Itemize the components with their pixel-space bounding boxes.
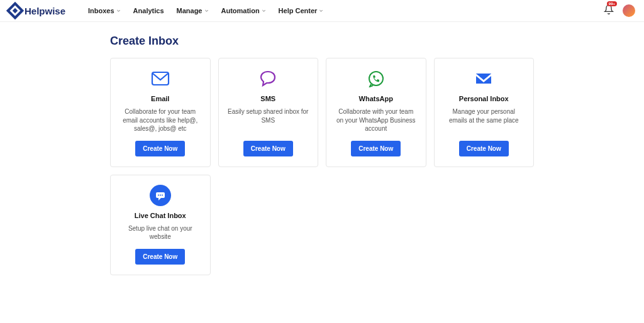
card-personal-inbox: Personal Inbox Manage your personal emai… [434,58,535,167]
whatsapp-icon [367,68,385,89]
nav-analytics[interactable]: Analytics [133,7,164,14]
create-sms-button[interactable]: Create Now [243,141,293,156]
logo-icon [6,2,24,19]
create-whatsapp-button[interactable]: Create Now [351,141,401,156]
create-email-button[interactable]: Create Now [135,141,185,156]
card-sms: SMS Easily setup shared inbox for SMS Cr… [218,58,319,167]
page-title: Create Inbox [110,35,534,48]
avatar[interactable] [623,4,635,17]
nav-manage[interactable]: Manage [177,7,209,14]
main-nav: Inboxes Analytics Manage Automation Help… [88,7,323,14]
svg-point-6 [162,194,163,195]
card-description: Manage your personal emails at the same … [441,107,528,124]
card-whatsapp: WhatsApp Collaborate with your team on y… [326,58,426,167]
card-live-chat: Live Chat Inbox Setup live chat on your … [110,175,211,275]
nav-label: Manage [177,7,203,14]
card-description: Setup live chat on your website [117,224,204,241]
nav-label: Help Center [279,7,318,14]
card-description: Easily setup shared inbox for SMS [225,107,312,124]
card-description: Collaborate for your team email accounts… [117,107,204,133]
main-content: Create Inbox Email Collaborate for your … [0,22,644,300]
nav-label: Analytics [133,7,164,14]
create-livechat-button[interactable]: Create Now [135,249,185,265]
chevron-down-icon [204,9,209,13]
svg-point-1 [369,72,383,85]
card-title: Email [151,95,169,102]
card-title: Live Chat Inbox [135,212,186,219]
svg-point-5 [160,194,161,195]
card-title: SMS [260,95,275,102]
chat-circle-icon [150,185,171,205]
nav-label: Inboxes [88,7,114,14]
logo[interactable]: Helpwise [9,4,65,17]
card-description: Collaborate with your team on your Whats… [333,107,419,133]
card-title: WhatsApp [359,95,393,102]
notifications-button[interactable]: 99+ [604,4,614,17]
card-email: Email Collaborate for your team email ac… [110,58,211,167]
create-personal-button[interactable]: Create Now [459,141,509,156]
header-right: 99+ [604,4,635,17]
inbox-cards-grid: Email Collaborate for your team email ac… [110,58,534,275]
chat-bubble-icon [259,68,277,89]
notifications-badge: 99+ [607,1,617,6]
nav-help-center[interactable]: Help Center [279,7,324,14]
nav-inboxes[interactable]: Inboxes [88,7,121,14]
chevron-down-icon [319,9,323,13]
envelope-icon [151,68,170,89]
card-title: Personal Inbox [459,95,509,102]
svg-point-4 [158,194,159,195]
top-header: Helpwise Inboxes Analytics Manage Automa… [0,0,644,22]
inbox-tray-icon [474,68,493,89]
chevron-down-icon [262,9,266,13]
chevron-down-icon [116,9,121,13]
nav-label: Automation [221,7,260,14]
nav-automation[interactable]: Automation [221,7,266,14]
logo-text: Helpwise [25,6,65,16]
